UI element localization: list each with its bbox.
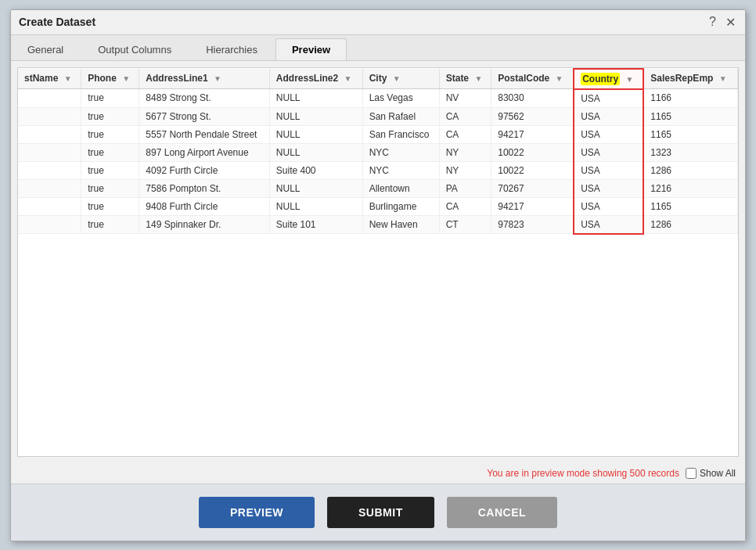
content-area: stName ▼ Phone ▼ AddressLine1 ▼ Addres [11,61,745,483]
cell-addressLine2: Suite 101 [269,215,362,234]
cell-postalCode: 94217 [491,197,574,215]
col-city[interactable]: City ▼ [362,69,439,89]
cell-stName [18,107,81,125]
cell-postalCode: 83030 [491,89,574,108]
tab-hierarchies[interactable]: Hierarchies [189,38,274,60]
col-salesRepEmp[interactable]: SalesRepEmp ▼ [643,69,737,89]
dialog-title-bar: Create Dataset ? ✕ [11,10,745,35]
show-all-checkbox[interactable] [686,468,697,479]
cell-postalCode: 70267 [491,179,574,197]
cell-addressLine1: 4092 Furth Circle [139,161,269,179]
cell-salesRepEmp: 1165 [643,197,737,215]
col-postalCode-label: PostalCode [498,73,549,84]
cell-state: NV [439,89,491,108]
cell-salesRepEmp: 1286 [643,215,737,234]
cell-city: Burlingame [362,197,439,215]
filter-icon-country[interactable]: ▼ [626,75,634,84]
table-row: true5677 Strong St.NULLSan RafaelCA97562… [18,107,738,125]
filter-icon-stName[interactable]: ▼ [64,74,72,83]
cell-postalCode: 97823 [491,215,574,234]
filter-icon-state[interactable]: ▼ [474,74,482,83]
col-state[interactable]: State ▼ [439,69,491,89]
filter-icon-salesRepEmp[interactable]: ▼ [719,74,727,83]
cell-addressLine1: 8489 Strong St. [139,89,269,108]
show-all-container: Show All [686,468,736,479]
cell-city: Las Vegas [362,89,439,108]
cell-phone: true [81,197,139,215]
cell-phone: true [81,107,139,125]
cell-state: CA [439,125,491,143]
cell-phone: true [81,125,139,143]
cell-postalCode: 94217 [491,125,574,143]
cell-phone: true [81,215,139,234]
col-salesRepEmp-label: SalesRepEmp [650,73,713,84]
col-addressLine1[interactable]: AddressLine1 ▼ [139,69,269,89]
col-addressLine2[interactable]: AddressLine2 ▼ [269,69,362,89]
table-row: true897 Long Airport AvenueNULLNYCNY1002… [18,143,738,161]
cell-salesRepEmp: 1216 [643,179,737,197]
close-button[interactable]: ✕ [724,15,737,30]
col-phone[interactable]: Phone ▼ [81,69,139,89]
table-container[interactable]: stName ▼ Phone ▼ AddressLine1 ▼ Addres [17,67,739,457]
cell-country: USA [574,215,643,234]
tab-preview[interactable]: Preview [275,38,347,60]
cell-state: CA [439,107,491,125]
table-row: true8489 Strong St.NULLLas VegasNV83030U… [18,89,738,108]
tab-general[interactable]: General [11,38,80,60]
cell-city: New Haven [362,215,439,234]
filter-icon-postalCode[interactable]: ▼ [556,74,563,83]
tab-output-columns[interactable]: Output Columns [81,38,188,60]
cell-postalCode: 97562 [491,107,574,125]
cell-phone: true [81,161,139,179]
cell-state: NY [439,161,491,179]
create-dataset-dialog: Create Dataset ? ✕ General Output Column… [10,9,746,541]
preview-button[interactable]: PREVIEW [199,497,315,528]
filter-icon-addressLine1[interactable]: ▼ [214,74,221,83]
cell-addressLine2: NULL [269,179,362,197]
cell-salesRepEmp: 1165 [643,107,737,125]
data-table: stName ▼ Phone ▼ AddressLine1 ▼ Addres [18,68,738,235]
cell-stName [18,161,81,179]
cell-state: NY [439,143,491,161]
col-country[interactable]: Country ▼ [574,69,643,89]
col-country-label: Country [581,73,620,85]
cell-country: USA [574,89,643,108]
submit-button[interactable]: SUBMIT [327,497,434,528]
col-addressLine1-label: AddressLine1 [146,73,207,84]
table-row: true149 Spinnaker Dr.Suite 101New HavenC… [18,215,738,234]
help-button[interactable]: ? [707,15,718,29]
cell-addressLine2: NULL [269,89,362,108]
table-row: true5557 North Pendale StreetNULLSan Fra… [18,125,738,143]
show-all-label[interactable]: Show All [700,468,736,479]
cell-addressLine1: 5557 North Pendale Street [139,125,269,143]
cell-addressLine1: 7586 Pompton St. [139,179,269,197]
cell-state: CT [439,215,491,234]
col-city-label: City [369,73,387,84]
cell-city: San Francisco [362,125,439,143]
cell-stName [18,215,81,234]
cell-stName [18,143,81,161]
status-bar: You are in preview mode showing 500 reco… [11,463,745,483]
preview-status-text: You are in preview mode showing 500 reco… [487,468,679,479]
cell-state: PA [439,179,491,197]
col-postalCode[interactable]: PostalCode ▼ [491,69,574,89]
cell-salesRepEmp: 1323 [643,143,737,161]
cell-city: NYC [362,143,439,161]
cell-addressLine1: 897 Long Airport Avenue [139,143,269,161]
filter-icon-phone[interactable]: ▼ [122,74,130,83]
cancel-button[interactable]: CANCEL [447,497,557,528]
cell-addressLine2: Suite 400 [269,161,362,179]
cell-addressLine2: NULL [269,125,362,143]
cell-stName [18,89,81,108]
cell-phone: true [81,89,139,108]
col-stName[interactable]: stName ▼ [18,69,81,89]
title-icons: ? ✕ [707,15,737,30]
table-row: true4092 Furth CircleSuite 400NYCNY10022… [18,161,738,179]
col-phone-label: Phone [88,73,117,84]
cell-postalCode: 10022 [491,143,574,161]
cell-country: USA [574,161,643,179]
filter-icon-city[interactable]: ▼ [393,74,401,83]
filter-icon-addressLine2[interactable]: ▼ [344,74,352,83]
cell-salesRepEmp: 1165 [643,125,737,143]
tabs-bar: General Output Columns Hierarchies Previ… [11,35,745,61]
